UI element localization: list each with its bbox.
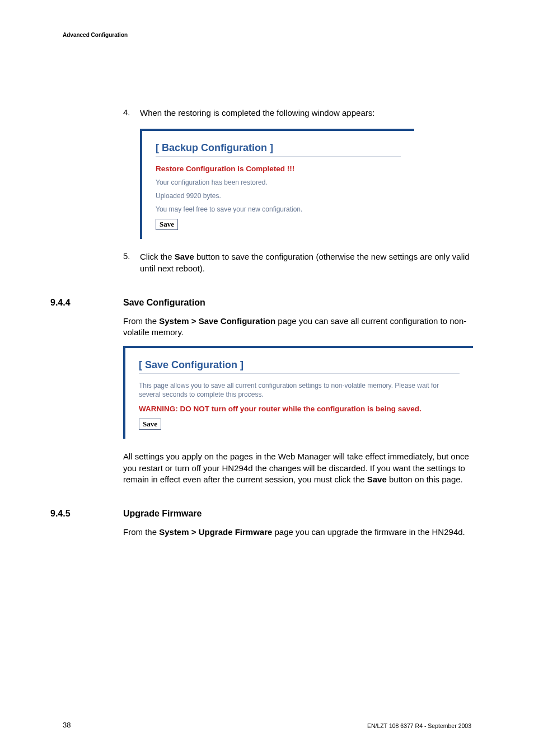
restore-completed-heading: Restore Configuration is Completed !!! [156, 165, 401, 173]
body-paragraph: From the System > Upgrade Firmware page … [123, 527, 481, 538]
bold-path: System > Upgrade Firmware [159, 527, 272, 537]
page-number: 38 [63, 721, 71, 729]
section-number: 9.4.4 [50, 298, 71, 308]
restore-line: Uploaded 9920 bytes. [156, 192, 401, 200]
section-heading: 9.4.4 Save Configuration [123, 298, 481, 308]
restore-line: You may feel free to save your new confi… [156, 205, 401, 213]
doc-id: EN/LZT 108 6377 R4 - September 2003 [367, 722, 471, 729]
main-content: 4. When the restoring is completed the f… [123, 107, 481, 543]
list-item: 5. Click the Save button to save the con… [123, 251, 481, 274]
text-span: From the [123, 316, 159, 326]
save-config-text: This page allows you to save all current… [139, 382, 460, 399]
text-span: page you can upgrade the firmware in the… [272, 527, 465, 537]
bold-save: Save [175, 252, 194, 261]
screenshot-title: [ Backup Configuration ] [156, 142, 401, 157]
backup-config-screenshot: [ Backup Configuration ] Restore Configu… [140, 129, 414, 239]
step-text: When the restoring is completed the foll… [140, 107, 481, 119]
save-warning: WARNING: DO NOT turn off your router whi… [139, 405, 460, 413]
body-paragraph: From the System > Save Configuration pag… [123, 316, 481, 339]
text-span: From the [123, 527, 159, 537]
save-config-screenshot: [ Save Configuration ] This page allows … [123, 346, 473, 439]
text-span: Click the [140, 252, 175, 261]
body-paragraph: All settings you apply on the pages in t… [123, 451, 481, 485]
step-number: 5. [123, 251, 140, 274]
text-span: button on this page. [387, 475, 463, 484]
step-text: Click the Save button to save the config… [140, 251, 481, 274]
list-item: 4. When the restoring is completed the f… [123, 107, 481, 119]
section-heading: 9.4.5 Upgrade Firmware [123, 509, 481, 519]
page-header: Advanced Configuration [63, 32, 128, 38]
restore-line: Your configuration has been restored. [156, 179, 401, 186]
section-number: 9.4.5 [50, 509, 71, 519]
bold-save: Save [367, 475, 387, 484]
screenshot-title: [ Save Configuration ] [139, 359, 460, 374]
section-title: Save Configuration [123, 298, 205, 308]
save-button[interactable]: Save [156, 219, 178, 230]
section-title: Upgrade Firmware [123, 509, 202, 519]
save-button[interactable]: Save [139, 419, 161, 430]
step-number: 4. [123, 107, 140, 119]
bold-path: System > Save Configuration [159, 316, 275, 326]
